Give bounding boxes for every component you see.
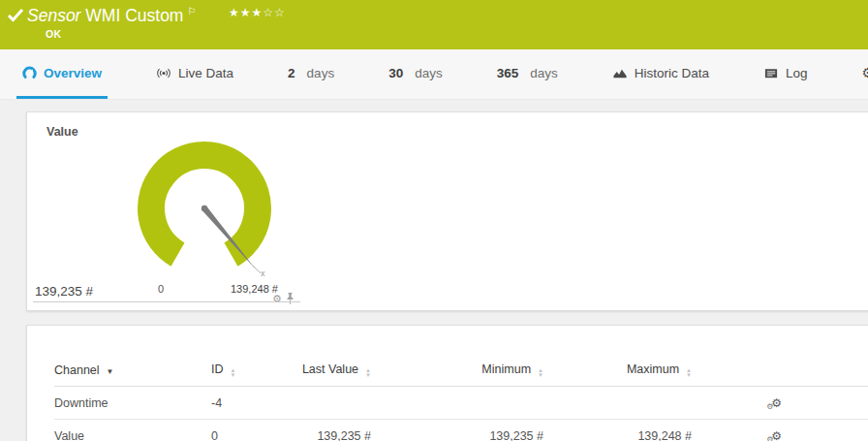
tab-settings[interactable]: ⚙ Settings <box>856 49 868 99</box>
pin-icon[interactable] <box>286 293 294 304</box>
column-label: Last Value <box>302 362 358 376</box>
gauge-min-label: 0 <box>158 283 164 295</box>
needle-tip-marker: x <box>261 268 265 278</box>
tab-label: Log <box>786 66 808 80</box>
tab-label: Live Data <box>178 66 233 80</box>
column-label: Maximum <box>627 362 679 376</box>
sensor-title: Sensor WMI Custom⚐ <box>27 6 196 26</box>
gauge-toolbar: ⚙ <box>272 293 294 304</box>
channel-minimum: 139,235 # <box>371 420 543 441</box>
sensor-name: WMI Custom <box>85 6 183 25</box>
column-header-maximum[interactable]: Maximum▲▼ <box>543 326 692 387</box>
sort-icon: ▲▼ <box>538 368 543 378</box>
tab-overview[interactable]: Overview <box>16 49 108 99</box>
tab-number: 2 <box>288 66 295 80</box>
tab-number: 365 <box>497 66 519 80</box>
live-data-icon <box>156 66 171 80</box>
status-ok-check-icon <box>7 8 24 22</box>
sensor-header: Sensor WMI Custom⚐ ★★★☆☆ OK <box>0 0 868 49</box>
channel-id: 0 <box>211 420 269 441</box>
tab-bar: Overview Live Data 2 days 30 days 365 da… <box>0 49 868 100</box>
sensor-status-badge: OK <box>46 28 61 40</box>
gauge-max-label: 139,248 # <box>231 283 278 295</box>
tab-30-days[interactable]: 30 days <box>383 49 449 99</box>
column-label: Channel <box>54 363 100 377</box>
gear-icon: ⚙ <box>862 66 868 79</box>
value-gauge-panel: Value x 0 139,248 # ⚙ 139,235 # <box>26 111 868 311</box>
column-header-id[interactable]: ID▲▼ <box>211 326 269 387</box>
sort-icon: ▲▼ <box>231 368 236 378</box>
column-header-last-value[interactable]: Last Value▲▼ <box>269 326 371 387</box>
value-gauge-chart <box>108 124 301 299</box>
tab-label: days <box>530 66 558 80</box>
column-label: Minimum <box>481 362 531 376</box>
tab-live-data[interactable]: Live Data <box>150 49 239 99</box>
channel-maximum <box>543 387 692 420</box>
channel-last-value: 139,235 # <box>269 420 371 441</box>
channel-name: Value <box>54 420 211 441</box>
column-label: ID <box>211 362 224 376</box>
priority-stars[interactable]: ★★★☆☆ <box>229 6 286 19</box>
table-header-row: Channel▼ ID▲▼ Last Value▲▼ Minimum▲▼ Max… <box>54 326 868 387</box>
column-header-channel[interactable]: Channel▼ <box>54 326 211 387</box>
tab-365-days[interactable]: 365 days <box>491 49 564 99</box>
gauge-icon <box>22 66 37 80</box>
channel-table: Channel▼ ID▲▼ Last Value▲▼ Minimum▲▼ Max… <box>54 326 868 441</box>
channel-table-panel: Channel▼ ID▲▼ Last Value▲▼ Minimum▲▼ Max… <box>26 325 868 441</box>
column-header-actions <box>692 326 782 387</box>
gauge-settings-gear-icon[interactable]: ⚙ <box>272 294 282 304</box>
tab-label: Historic Data <box>635 66 709 80</box>
channel-minimum <box>371 387 543 420</box>
column-header-minimum[interactable]: Minimum▲▼ <box>371 326 543 387</box>
gauge-current-value: 139,235 # <box>35 284 93 299</box>
channel-name: Downtime <box>54 387 211 420</box>
sort-desc-icon: ▼ <box>107 367 114 376</box>
sort-icon: ▲▼ <box>686 368 692 378</box>
tab-historic-data[interactable]: Historic Data <box>606 49 715 99</box>
tab-number: 30 <box>388 66 403 80</box>
channel-settings-gears-icon[interactable]: ⚙⚙ <box>766 397 782 409</box>
table-row-downtime: Downtime -4 ⚙⚙ <box>54 387 868 420</box>
channel-last-value <box>269 387 371 420</box>
channel-maximum: 139,248 # <box>543 420 692 441</box>
table-row-value: Value 0 139,235 # 139,235 # 139,248 # ⚙⚙ <box>54 420 868 441</box>
tab-log[interactable]: Log <box>758 49 814 99</box>
area-chart-icon <box>612 66 628 80</box>
gauge-title: Value <box>46 125 78 139</box>
tab-label: days <box>307 66 335 80</box>
channel-settings-gears-icon[interactable]: ⚙⚙ <box>766 430 782 441</box>
log-icon <box>763 66 779 80</box>
channel-id: -4 <box>211 387 269 420</box>
tab-2-days[interactable]: 2 days <box>282 49 340 99</box>
sort-icon: ▲▼ <box>365 368 371 378</box>
sensor-type-label: Sensor <box>27 6 80 25</box>
tab-label: Overview <box>44 66 102 80</box>
gauge-axis-line <box>33 301 300 302</box>
tab-label: days <box>415 66 443 80</box>
priority-flag-icon[interactable]: ⚐ <box>187 6 196 16</box>
